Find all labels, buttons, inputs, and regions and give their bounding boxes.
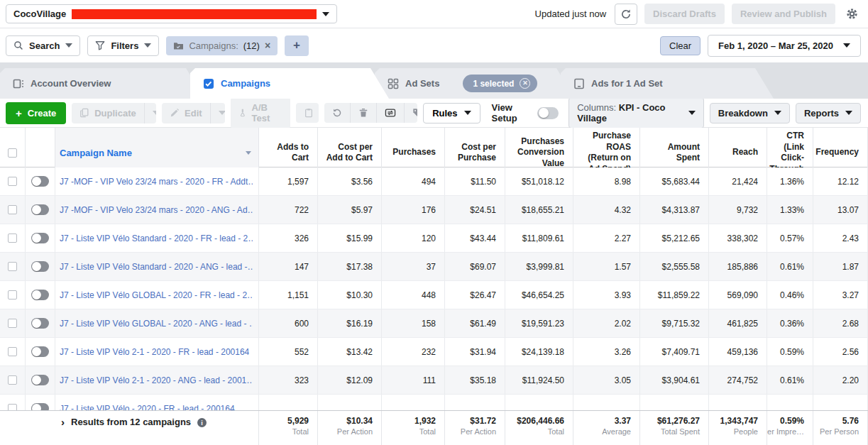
row-checkbox[interactable] bbox=[8, 319, 17, 328]
retry-button[interactable] bbox=[324, 103, 350, 123]
campaign-name-link[interactable]: J7 - Liste VIP Vélo 2-1 - 2020 - FR - le… bbox=[60, 347, 249, 357]
breakdown-label: Breakdown bbox=[718, 108, 768, 119]
row-checkbox[interactable] bbox=[8, 262, 17, 271]
total-label: Total Spent bbox=[661, 427, 700, 436]
row-checkbox[interactable] bbox=[8, 347, 17, 356]
results-label: Results from 12 campaigns bbox=[71, 417, 191, 427]
metric-cell: 13.07 bbox=[813, 196, 868, 224]
tab-ads[interactable]: Ads for 1 Ad Set bbox=[561, 68, 774, 99]
campaign-name-link[interactable]: J7 -MOF - VIP Velo 23/24 mars - 2020 - A… bbox=[60, 205, 253, 215]
columns-dropdown[interactable]: Columns: KPI - Coco Village bbox=[568, 97, 704, 128]
top-bar-actions: Updated just now Discard Drafts Review a… bbox=[535, 4, 861, 25]
campaign-name-link[interactable]: J7 - Liste VIP Vélo GLOBAL - 2020 - FR -… bbox=[60, 290, 253, 300]
metric-cell: 494 bbox=[382, 167, 445, 195]
close-icon[interactable]: × bbox=[265, 40, 270, 50]
campaign-name-link[interactable]: J7 - Liste VIP Vélo GLOBAL - 2020 - ANG … bbox=[60, 319, 253, 329]
caret-down-icon bbox=[144, 43, 151, 48]
metric-cell: 569,090 bbox=[709, 281, 767, 309]
campaigns-filter-chip[interactable]: Campaigns: (12) × bbox=[166, 36, 278, 55]
discard-drafts-button[interactable]: Discard Drafts bbox=[644, 4, 725, 24]
ab-test-button[interactable]: A/B Test bbox=[231, 97, 290, 128]
metric-cell: $11,859.22 bbox=[640, 281, 709, 309]
metric-cell: 37 bbox=[382, 253, 445, 280]
metric-cell: $31.94 bbox=[445, 338, 505, 366]
clipboard-button[interactable] bbox=[296, 103, 319, 123]
account-selector[interactable]: CocoVillage bbox=[6, 4, 337, 23]
settings-gear-button[interactable] bbox=[842, 4, 861, 25]
chevron-right-icon: › bbox=[61, 417, 65, 429]
search-icon bbox=[13, 40, 23, 50]
tab-ad-sets[interactable]: Ad Sets 1 selected ✕ bbox=[375, 68, 575, 99]
create-button[interactable]: + Create bbox=[6, 102, 66, 124]
total-cell: $10.34Per Action bbox=[318, 411, 382, 445]
campaign-name-header-label: Campaign Name bbox=[60, 148, 132, 158]
rules-label: Rules bbox=[432, 108, 457, 119]
duplicate-dropdown[interactable] bbox=[144, 103, 156, 123]
row-checkbox[interactable] bbox=[8, 290, 17, 300]
chip-count: (12) bbox=[243, 40, 260, 51]
date-range-selector[interactable]: Feb 1, 2020 – Mar 25, 2020 bbox=[708, 35, 861, 57]
row-checkbox[interactable] bbox=[8, 205, 17, 214]
tab-label: Ads for 1 Ad Set bbox=[591, 78, 663, 89]
metric-cell: 600 bbox=[259, 309, 318, 337]
campaign-name-link[interactable]: J7 - Liste VIP Vélo 2-1 - 2020 - ANG - l… bbox=[60, 375, 253, 385]
campaign-toggle[interactable] bbox=[31, 204, 49, 215]
select-all-checkbox[interactable] bbox=[8, 148, 17, 158]
filters-dropdown[interactable]: Filters bbox=[87, 35, 159, 56]
redacted-account-id bbox=[72, 9, 317, 19]
row-checkbox[interactable] bbox=[8, 234, 17, 243]
campaign-toggle[interactable] bbox=[31, 346, 49, 357]
metric-cell: 147 bbox=[259, 253, 318, 280]
clear-selection-icon[interactable]: ✕ bbox=[520, 78, 530, 89]
metric-cell: $3,999.81 bbox=[505, 253, 573, 280]
table-row: J7 - Liste VIP Vélo GLOBAL - 2020 - ANG … bbox=[0, 309, 868, 338]
add-filter-button[interactable]: + bbox=[285, 35, 309, 56]
pixel-swap-button[interactable] bbox=[376, 103, 404, 123]
campaign-toggle[interactable] bbox=[31, 375, 49, 385]
metric-cell: $61.49 bbox=[445, 309, 505, 337]
tab-account-overview[interactable]: Account Overview bbox=[0, 68, 204, 99]
toggle-knob bbox=[32, 319, 41, 328]
campaign-name-link[interactable]: J7 -MOF - VIP Velo 23/24 mars - 2020 - F… bbox=[60, 177, 253, 187]
rules-dropdown[interactable]: Rules bbox=[423, 103, 480, 123]
tab-campaigns[interactable]: Campaigns bbox=[190, 68, 389, 99]
edit-dropdown[interactable] bbox=[210, 103, 225, 123]
clear-button[interactable]: Clear bbox=[660, 36, 701, 55]
total-value: $31.72 bbox=[470, 416, 496, 426]
tag-button[interactable] bbox=[404, 103, 418, 123]
duplicate-button[interactable]: Duplicate bbox=[72, 103, 144, 123]
total-label: Per Action bbox=[461, 427, 496, 436]
campaign-toggle[interactable] bbox=[31, 261, 49, 272]
metric-cell: 9,732 bbox=[709, 196, 767, 224]
row-checkbox[interactable] bbox=[8, 404, 17, 410]
total-label: Average bbox=[602, 427, 631, 436]
results-summary[interactable]: › Results from 12 campaigns i bbox=[0, 411, 259, 445]
campaign-toggle[interactable] bbox=[31, 176, 49, 187]
search-dropdown[interactable]: Search bbox=[6, 35, 80, 56]
campaign-toggle[interactable] bbox=[31, 290, 49, 300]
metric-cell: 120 bbox=[382, 224, 445, 252]
campaign-toggle[interactable] bbox=[31, 233, 49, 243]
refresh-icon bbox=[620, 9, 632, 20]
row-checkbox[interactable] bbox=[8, 177, 17, 186]
campaign-toggle[interactable] bbox=[31, 403, 49, 410]
delete-button[interactable] bbox=[350, 103, 376, 123]
refresh-button[interactable] bbox=[615, 4, 637, 25]
total-value: 0.59% bbox=[780, 416, 804, 426]
campaign-toggle[interactable] bbox=[31, 318, 49, 329]
campaigns-check-icon bbox=[203, 78, 214, 89]
edit-button[interactable]: Edit bbox=[162, 103, 210, 123]
metric-cell: 4.32 bbox=[573, 196, 640, 224]
row-checkbox[interactable] bbox=[8, 375, 17, 385]
metric-cell: $16.19 bbox=[318, 309, 382, 337]
campaign-name-link[interactable]: J7 - Liste VIP Vélo Standard - 2020 - AN… bbox=[60, 262, 253, 272]
reports-dropdown[interactable]: Reports bbox=[796, 103, 861, 123]
campaign-name-link[interactable]: J7 - Liste VIP Vélo - 2020 - FR - lead -… bbox=[60, 404, 235, 411]
campaign-name-link[interactable]: J7 - Liste VIP Vélo Standard - 2020 - FR… bbox=[60, 234, 253, 243]
trash-icon bbox=[358, 108, 368, 118]
review-and-publish-button[interactable]: Review and Publish bbox=[732, 4, 835, 24]
view-setup-toggle[interactable] bbox=[537, 107, 559, 119]
info-icon[interactable]: i bbox=[197, 418, 207, 427]
breakdown-dropdown[interactable]: Breakdown bbox=[710, 103, 790, 123]
total-value: 5,929 bbox=[287, 416, 309, 426]
